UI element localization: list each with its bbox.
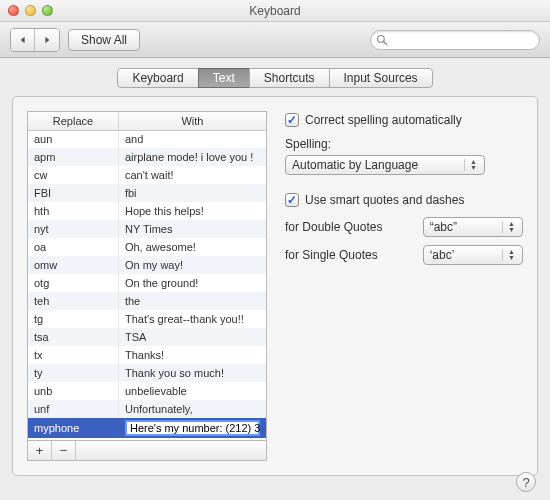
table-footer: + −	[27, 441, 267, 461]
single-quotes-value: ‘abc’	[430, 248, 455, 262]
cell-with[interactable]: fbi	[118, 184, 266, 202]
tab-text[interactable]: Text	[198, 68, 250, 88]
traffic-lights	[8, 5, 53, 16]
table-row[interactable]: apmairplane mode! i love you !	[28, 148, 266, 166]
cell-replace[interactable]: nyt	[28, 220, 118, 238]
close-button[interactable]	[8, 5, 19, 16]
cell-with[interactable]: airplane mode! i love you !	[118, 148, 266, 166]
settings-area: Correct spelling automatically Spelling:…	[285, 111, 523, 461]
correct-spelling-row: Correct spelling automatically	[285, 113, 523, 127]
show-all-button[interactable]: Show All	[68, 29, 140, 51]
substitutions-table: Replace With aunandapmairplane mode! i l…	[28, 112, 266, 438]
double-quotes-label: for Double Quotes	[285, 220, 413, 234]
cell-with[interactable]: can't wait!	[118, 166, 266, 184]
chevron-updown-icon: ▲▼	[502, 221, 516, 233]
cell-with[interactable]: Hope this helps!	[118, 202, 266, 220]
table-row[interactable]: tgThat's great--thank you!!	[28, 310, 266, 328]
cell-with[interactable]: TSA	[118, 328, 266, 346]
cell-with[interactable]: NY Times	[118, 220, 266, 238]
cell-replace[interactable]: cw	[28, 166, 118, 184]
cell-replace[interactable]: myphone	[28, 418, 118, 438]
correct-spelling-label: Correct spelling automatically	[305, 113, 462, 127]
quotes-grid: for Double Quotes “abc” ▲▼ for Single Qu…	[285, 217, 523, 265]
tab-keyboard[interactable]: Keyboard	[117, 68, 198, 88]
substitutions-table-container[interactable]: Replace With aunandapmairplane mode! i l…	[27, 111, 267, 441]
cell-with[interactable]: Here's my number: (212) 3	[118, 418, 266, 438]
tab-input-sources[interactable]: Input Sources	[329, 68, 433, 88]
single-quotes-label: for Single Quotes	[285, 248, 413, 262]
triangle-right-icon	[43, 36, 51, 44]
cell-replace[interactable]: unb	[28, 382, 118, 400]
cell-replace[interactable]: ty	[28, 364, 118, 382]
table-row[interactable]: otgOn the ground!	[28, 274, 266, 292]
table-row[interactable]: tehthe	[28, 292, 266, 310]
table-row[interactable]: unbunbelievable	[28, 382, 266, 400]
cell-replace[interactable]: omw	[28, 256, 118, 274]
smart-quotes-label: Use smart quotes and dashes	[305, 193, 464, 207]
table-row[interactable]: unfUnfortunately,	[28, 400, 266, 418]
smart-quotes-checkbox[interactable]	[285, 193, 299, 207]
cell-with[interactable]: unbelievable	[118, 382, 266, 400]
cell-replace[interactable]: tsa	[28, 328, 118, 346]
tab-shortcuts[interactable]: Shortcuts	[249, 68, 330, 88]
cell-with[interactable]: Thank you so much!	[118, 364, 266, 382]
content-area: Keyboard Text Shortcuts Input Sources Re…	[0, 58, 550, 500]
back-button[interactable]	[11, 29, 35, 51]
cell-with[interactable]: the	[118, 292, 266, 310]
remove-row-button[interactable]: −	[52, 441, 76, 460]
cell-with-editing[interactable]: Here's my number: (212) 3	[125, 420, 260, 436]
table-row[interactable]: cwcan't wait!	[28, 166, 266, 184]
smart-quotes-row: Use smart quotes and dashes	[285, 193, 523, 207]
table-row[interactable]: omwOn my way!	[28, 256, 266, 274]
table-row[interactable]: nytNY Times	[28, 220, 266, 238]
cell-with[interactable]: That's great--thank you!!	[118, 310, 266, 328]
cell-with[interactable]: Unfortunately,	[118, 400, 266, 418]
cell-with[interactable]: Thanks!	[118, 346, 266, 364]
svg-marker-0	[20, 36, 24, 42]
cell-replace[interactable]: oa	[28, 238, 118, 256]
spelling-value: Automatic by Language	[292, 158, 418, 172]
zoom-button[interactable]	[42, 5, 53, 16]
cell-with[interactable]: On my way!	[118, 256, 266, 274]
forward-button[interactable]	[35, 29, 59, 51]
table-row[interactable]: hthHope this helps!	[28, 202, 266, 220]
cell-replace[interactable]: tg	[28, 310, 118, 328]
table-row[interactable]: FBIfbi	[28, 184, 266, 202]
add-row-button[interactable]: +	[28, 441, 52, 460]
table-row[interactable]: myphoneHere's my number: (212) 3	[28, 418, 266, 438]
svg-marker-1	[45, 36, 49, 42]
column-header-with[interactable]: With	[118, 112, 266, 130]
cell-replace[interactable]: aun	[28, 130, 118, 148]
correct-spelling-checkbox[interactable]	[285, 113, 299, 127]
toolbar: Show All	[0, 22, 550, 58]
column-header-replace[interactable]: Replace	[28, 112, 118, 130]
table-row[interactable]: txThanks!	[28, 346, 266, 364]
search-icon	[376, 34, 388, 46]
cell-with[interactable]: On the ground!	[118, 274, 266, 292]
cell-replace[interactable]: hth	[28, 202, 118, 220]
double-quotes-value: “abc”	[430, 220, 457, 234]
cell-replace[interactable]: apm	[28, 148, 118, 166]
cell-replace[interactable]: unf	[28, 400, 118, 418]
spelling-popup[interactable]: Automatic by Language ▲▼	[285, 155, 485, 175]
double-quotes-popup[interactable]: “abc” ▲▼	[423, 217, 523, 237]
cell-with[interactable]: Oh, awesome!	[118, 238, 266, 256]
window-titlebar: Keyboard	[0, 0, 550, 22]
chevron-updown-icon: ▲▼	[464, 159, 478, 171]
help-button[interactable]: ?	[516, 472, 536, 492]
cell-replace[interactable]: tx	[28, 346, 118, 364]
table-row[interactable]: oaOh, awesome!	[28, 238, 266, 256]
minimize-button[interactable]	[25, 5, 36, 16]
substitutions-area: Replace With aunandapmairplane mode! i l…	[27, 111, 267, 461]
cell-replace[interactable]: teh	[28, 292, 118, 310]
window-title: Keyboard	[0, 4, 550, 18]
cell-with[interactable]: and	[118, 130, 266, 148]
table-row[interactable]: aunand	[28, 130, 266, 148]
table-row[interactable]: tyThank you so much!	[28, 364, 266, 382]
table-row[interactable]: tsaTSA	[28, 328, 266, 346]
single-quotes-popup[interactable]: ‘abc’ ▲▼	[423, 245, 523, 265]
search-input[interactable]	[370, 30, 540, 50]
nav-segment	[10, 28, 60, 52]
cell-replace[interactable]: otg	[28, 274, 118, 292]
cell-replace[interactable]: FBI	[28, 184, 118, 202]
